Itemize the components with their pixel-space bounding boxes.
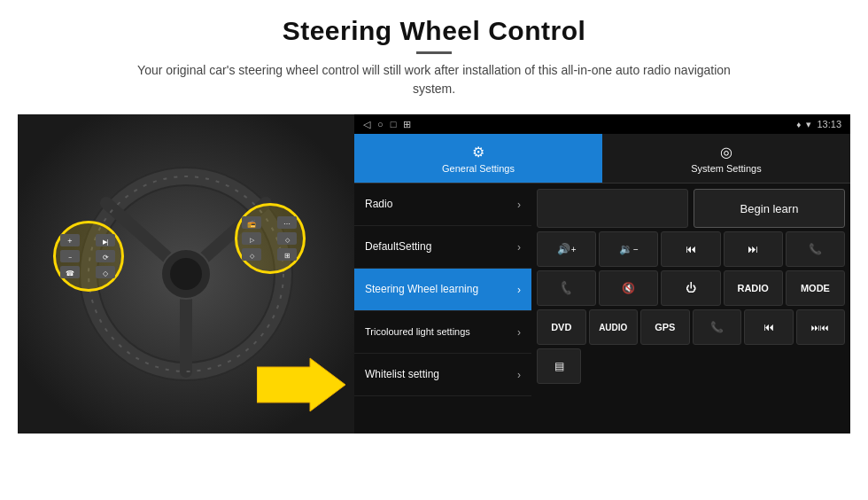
car-background: + − ☎ ▶| ⟳ ◇ bbox=[18, 114, 354, 434]
controls-row-2: 📞 🔇 ⏻ RADIO MODE bbox=[537, 270, 845, 306]
menu-item-default[interactable]: DefaultSetting › bbox=[354, 226, 531, 269]
controls-panel: Begin learn 🔊 + 🔉 − ⏮ bbox=[531, 184, 850, 434]
call-accept-button[interactable]: 📞 bbox=[537, 270, 596, 306]
menu-item-steering[interactable]: Steering Wheel learning › bbox=[354, 269, 531, 311]
call-accept-icon: 📞 bbox=[558, 280, 575, 296]
phone2-icon: 📞 bbox=[710, 321, 724, 333]
power-icon: ⏻ bbox=[686, 282, 696, 294]
svg-text:⊞: ⊞ bbox=[284, 252, 291, 260]
menu-item-radio[interactable]: Radio › bbox=[354, 184, 531, 226]
dvd-button[interactable]: DVD bbox=[537, 309, 586, 345]
media-icon: ▤ bbox=[554, 360, 564, 372]
svg-text:⟳: ⟳ bbox=[103, 254, 109, 262]
skip-combined-button[interactable]: ⏭⏮ bbox=[796, 309, 846, 345]
general-settings-icon: ⚙ bbox=[472, 144, 484, 160]
mute-button[interactable]: 🔇 bbox=[599, 270, 658, 306]
tab-general-label: General Settings bbox=[442, 163, 515, 174]
svg-marker-32 bbox=[257, 358, 345, 411]
svg-text:−: − bbox=[68, 254, 72, 261]
vol-up-icon: 🔊 bbox=[557, 243, 570, 255]
audio-button[interactable]: AUDIO bbox=[589, 309, 639, 345]
menu-default-label: DefaultSetting bbox=[365, 240, 431, 254]
prev-track-button[interactable]: ⏮ bbox=[661, 231, 720, 267]
android-panel: ◁ ○ □ ⊞ ♦ ▾ 13:13 ⚙ General Settings bbox=[354, 114, 850, 434]
dvd-label: DVD bbox=[551, 322, 571, 332]
next-track-icon: ⏭ bbox=[748, 243, 758, 255]
status-bar-left: ◁ ○ □ ⊞ bbox=[363, 119, 411, 130]
title-divider bbox=[416, 51, 452, 54]
menu-default-arrow: › bbox=[517, 241, 521, 254]
phone-icon: 📞 bbox=[809, 243, 822, 255]
mode-label: MODE bbox=[801, 283, 830, 293]
menu-radio-label: Radio bbox=[365, 198, 392, 212]
menu-whitelist-label: Whitelist setting bbox=[365, 368, 439, 382]
recents-nav-icon[interactable]: □ bbox=[391, 119, 397, 129]
status-bar-right: ♦ ▾ 13:13 bbox=[796, 119, 841, 130]
vol-up-label: + bbox=[571, 245, 577, 254]
page-wrapper: Steering Wheel Control Your original car… bbox=[0, 0, 868, 500]
system-settings-icon: ◎ bbox=[720, 144, 732, 160]
page-title: Steering Wheel Control bbox=[124, 16, 744, 46]
menu-item-whitelist[interactable]: Whitelist setting › bbox=[354, 354, 531, 396]
apps-nav-icon[interactable]: ⊞ bbox=[403, 119, 411, 130]
media-icon-button[interactable]: ▤ bbox=[537, 348, 581, 384]
audio-label: AUDIO bbox=[599, 323, 627, 332]
vol-up-button[interactable]: 🔊 + bbox=[537, 231, 596, 267]
radio-label: RADIO bbox=[737, 283, 768, 293]
mode-button[interactable]: MODE bbox=[786, 270, 845, 306]
right-circle-indicator: 📻 ▷ ◇ ⋯ ◇ ⊞ bbox=[235, 203, 306, 274]
gps-button[interactable]: GPS bbox=[640, 309, 690, 345]
skip-combined-icon: ⏭⏮ bbox=[811, 323, 829, 332]
wifi-icon: ▾ bbox=[806, 119, 811, 130]
tab-system-settings[interactable]: ◎ System Settings bbox=[602, 134, 850, 183]
vol-down-icon: 🔉 bbox=[619, 243, 632, 255]
phone-button[interactable]: 📞 bbox=[786, 231, 845, 267]
mute-icon: 🔇 bbox=[622, 282, 635, 294]
tab-bar: ⚙ General Settings ◎ System Settings bbox=[354, 134, 850, 184]
prev-track-icon: ⏮ bbox=[686, 243, 696, 255]
vol-down-button[interactable]: 🔉 − bbox=[599, 231, 658, 267]
svg-text:+: + bbox=[67, 237, 72, 246]
status-bar: ◁ ○ □ ⊞ ♦ ▾ 13:13 bbox=[354, 114, 850, 134]
status-time: 13:13 bbox=[817, 119, 841, 129]
phone2-button[interactable]: 📞 bbox=[693, 309, 742, 345]
prev2-icon: ⏮ bbox=[763, 321, 774, 333]
home-nav-icon[interactable]: ○ bbox=[377, 119, 384, 129]
menu-radio-arrow: › bbox=[517, 199, 521, 211]
content-area: + − ☎ ▶| ⟳ ◇ bbox=[18, 114, 850, 434]
controls-row-1: 🔊 + 🔉 − ⏮ ⏭ bbox=[537, 231, 845, 267]
prev2-button[interactable]: ⏮ bbox=[744, 309, 794, 345]
menu-tricoloured-label: Tricoloured light settings bbox=[365, 325, 470, 338]
svg-text:☎: ☎ bbox=[66, 270, 74, 277]
menu-item-tricoloured[interactable]: Tricoloured light settings › bbox=[354, 311, 531, 354]
power-button[interactable]: ⏻ bbox=[661, 270, 720, 306]
subtitle: Your original car's steering wheel contr… bbox=[124, 61, 744, 98]
empty-input-box bbox=[537, 189, 688, 228]
menu-steering-arrow: › bbox=[517, 284, 521, 296]
menu-whitelist-arrow: › bbox=[517, 369, 521, 381]
controls-row-3: DVD AUDIO GPS 📞 ⏮ bbox=[537, 309, 845, 345]
left-circle-indicator: + − ☎ ▶| ⟳ ◇ bbox=[53, 221, 124, 292]
back-nav-icon[interactable]: ◁ bbox=[363, 119, 370, 130]
controls-row-4: ▤ bbox=[537, 348, 845, 384]
vol-down-label: − bbox=[633, 245, 639, 254]
svg-text:📻: 📻 bbox=[247, 219, 256, 228]
menu-tricoloured-arrow: › bbox=[517, 326, 521, 339]
svg-text:▶|: ▶| bbox=[103, 238, 109, 246]
car-image-panel: + − ☎ ▶| ⟳ ◇ bbox=[18, 114, 354, 434]
svg-text:◇: ◇ bbox=[103, 270, 109, 277]
title-section: Steering Wheel Control Your original car… bbox=[124, 16, 744, 109]
svg-point-6 bbox=[170, 258, 202, 290]
location-icon: ♦ bbox=[796, 120, 801, 129]
radio-button[interactable]: RADIO bbox=[724, 270, 783, 306]
next-track-button[interactable]: ⏭ bbox=[724, 231, 783, 267]
tab-general-settings[interactable]: ⚙ General Settings bbox=[354, 134, 602, 183]
main-content: Radio › DefaultSetting › Steering Wheel … bbox=[354, 184, 850, 434]
menu-steering-label: Steering Wheel learning bbox=[365, 283, 478, 297]
tab-system-label: System Settings bbox=[691, 163, 761, 174]
svg-text:⋯: ⋯ bbox=[283, 220, 291, 228]
gps-label: GPS bbox=[655, 322, 675, 332]
arrow-indicator bbox=[257, 354, 345, 416]
begin-learn-button[interactable]: Begin learn bbox=[694, 189, 845, 228]
menu-panel: Radio › DefaultSetting › Steering Wheel … bbox=[354, 184, 531, 434]
